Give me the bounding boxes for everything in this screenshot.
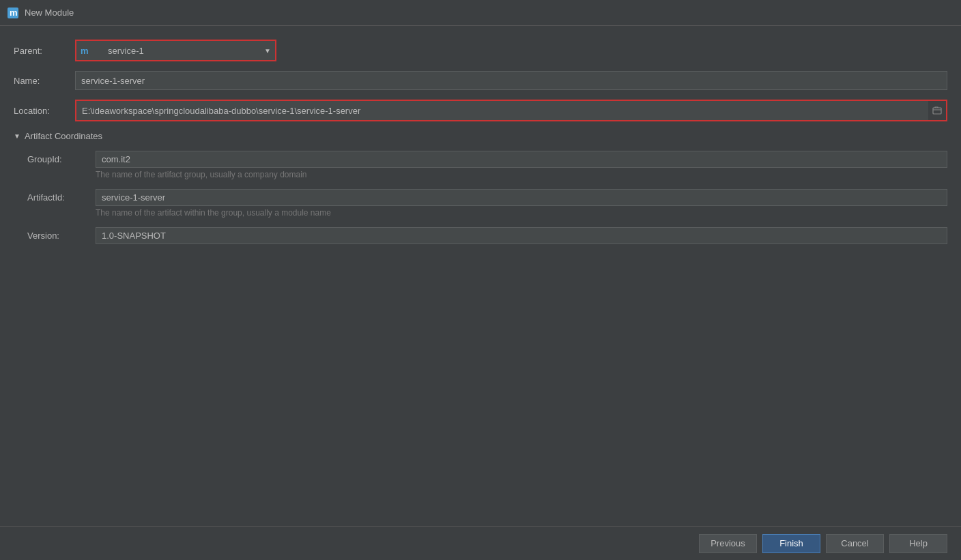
groupid-hint: The name of the artifact group, usually … <box>96 170 947 179</box>
button-bar: Previous Finish Cancel Help <box>0 526 961 560</box>
version-row: Version: <box>27 227 947 246</box>
parent-label: Parent: <box>14 46 75 56</box>
artifact-coordinates-section-header[interactable]: ▼ Artifact Coordinates <box>14 131 947 141</box>
artifact-coordinates-section: GroupId: The name of the artifact group,… <box>14 151 947 246</box>
version-field-wrapper <box>96 227 947 246</box>
parent-dropdown-content: m service-1 <box>76 41 275 60</box>
location-row: Location: <box>14 100 947 121</box>
location-input[interactable] <box>76 101 928 120</box>
app-icon: m <box>7 7 19 19</box>
parent-module-icon: m <box>81 46 89 56</box>
name-input[interactable] <box>75 71 947 90</box>
artifactid-field-wrapper: The name of the artifact within the grou… <box>96 189 947 224</box>
parent-row: Parent: m service-1 ▼ <box>14 40 947 61</box>
groupid-row: GroupId: The name of the artifact group,… <box>27 151 947 186</box>
groupid-label: GroupId: <box>27 151 96 164</box>
section-collapse-icon: ▼ <box>14 132 20 140</box>
parent-dropdown-wrapper[interactable]: m service-1 ▼ <box>75 40 276 61</box>
svg-rect-2 <box>933 108 941 114</box>
name-row: Name: <box>14 71 947 90</box>
artifactid-row: ArtifactId: The name of the artifact wit… <box>27 189 947 224</box>
artifactid-input[interactable] <box>96 189 947 206</box>
title-bar: m New Module <box>0 0 961 26</box>
location-browse-button[interactable] <box>928 101 946 120</box>
artifact-coordinates-title: Artifact Coordinates <box>25 131 102 141</box>
cancel-button[interactable]: Cancel <box>826 534 884 553</box>
artifactid-label: ArtifactId: <box>27 189 96 203</box>
groupid-field-wrapper: The name of the artifact group, usually … <box>96 151 947 186</box>
dialog-content: Parent: m service-1 ▼ Name: Location: <box>0 26 961 246</box>
previous-button[interactable]: Previous <box>699 534 757 553</box>
svg-text:m: m <box>10 8 18 18</box>
groupid-input[interactable] <box>96 151 947 168</box>
help-button[interactable]: Help <box>889 534 947 553</box>
finish-button[interactable]: Finish <box>762 534 820 553</box>
version-label: Version: <box>27 227 96 241</box>
name-label: Name: <box>14 76 75 86</box>
location-label: Location: <box>14 106 75 116</box>
parent-value: service-1 <box>108 46 144 56</box>
artifactid-hint: The name of the artifact within the grou… <box>96 208 947 218</box>
dialog-title: New Module <box>25 8 74 18</box>
location-wrapper <box>75 100 947 121</box>
version-input[interactable] <box>96 227 947 244</box>
